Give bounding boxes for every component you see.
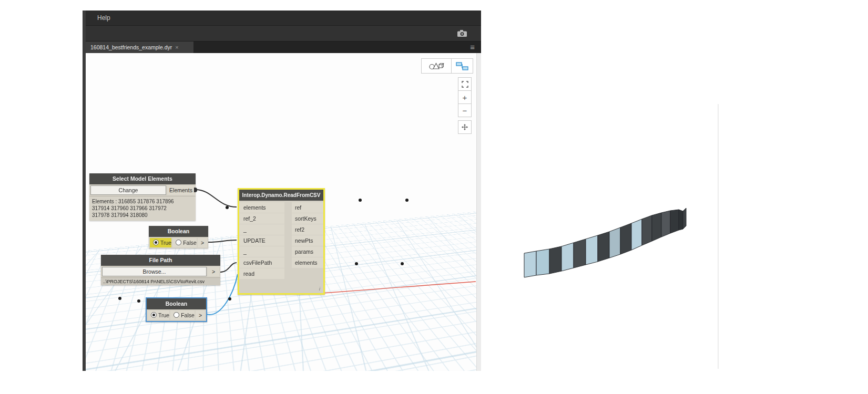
menu-help[interactable]: Help (92, 11, 116, 25)
zoom-out-button[interactable]: − (458, 103, 472, 117)
output-port-elements[interactable]: Elements (167, 185, 195, 195)
input-port[interactable]: elements (239, 202, 284, 213)
output-port[interactable]: > (208, 267, 219, 276)
node-read-from-csv[interactable]: Interop.Dynamo.ReadFromCSV elements ref_… (238, 188, 325, 295)
browse-button[interactable]: Browse... (102, 267, 207, 276)
change-button[interactable]: Change (90, 185, 166, 195)
radio-false[interactable]: False (172, 238, 197, 247)
input-port[interactable]: UPDATE (239, 235, 284, 246)
input-port[interactable]: _ (239, 246, 284, 257)
node-title: File Path (101, 255, 220, 266)
radio-unselected-icon (173, 312, 179, 318)
wall-panel[interactable] (549, 246, 561, 274)
ports-area: elements ref_2 _ UPDATE _ csvFilePath re… (239, 201, 323, 293)
radio-false[interactable]: False (170, 310, 195, 320)
cube-icon (439, 64, 444, 68)
node-title: Boolean (149, 226, 208, 237)
output-port[interactable]: newPts (292, 235, 323, 246)
wall-panel[interactable] (679, 210, 683, 230)
background-window-edge (718, 104, 719, 369)
wall-panel[interactable] (536, 249, 549, 275)
wall-panel[interactable] (561, 243, 574, 271)
radio-selected-icon (153, 240, 159, 245)
output-port[interactable]: ref2 (292, 224, 323, 235)
wall-panel[interactable] (652, 213, 661, 241)
tab-close-icon[interactable]: × (175, 44, 178, 50)
fit-to-screen-button[interactable] (458, 77, 472, 91)
output-port[interactable]: params (292, 246, 323, 257)
radio-true[interactable]: True (148, 310, 169, 320)
wall-panel[interactable] (683, 208, 686, 229)
output-port[interactable]: > (196, 310, 205, 320)
wall-panel[interactable] (661, 211, 670, 237)
vertical-scrollbar[interactable] (476, 53, 481, 371)
output-port[interactable]: sortKeys (292, 213, 323, 224)
view-mode-toggle (421, 58, 473, 74)
info-icon: i (319, 286, 320, 292)
radio-true[interactable]: True (150, 238, 171, 247)
wall-panel[interactable] (574, 239, 586, 268)
output-port[interactable]: elements (292, 257, 323, 268)
zoom-in-button[interactable]: + (458, 90, 472, 104)
input-port[interactable]: read (239, 268, 284, 279)
tab-active[interactable]: 160814_bestfriends_example.dyr× (86, 42, 193, 53)
wall-panel[interactable] (631, 219, 642, 250)
radio-unselected-icon (176, 240, 181, 245)
pan-icon (461, 123, 468, 131)
node-title: Select Model Elements (89, 173, 196, 184)
output-port[interactable]: ref (292, 202, 323, 213)
node-boolean-bottom[interactable]: Boolean True False > (146, 297, 207, 322)
file-path-value: ..\PROJECTS\160814 PANELS\CSV\toRevit.cs… (101, 277, 220, 285)
tab-bar: 160814_bestfriends_example.dyr× ≡ (86, 42, 481, 53)
node-title: Boolean (147, 298, 206, 309)
input-port[interactable]: ref_2 (239, 213, 284, 224)
graph-view-button[interactable] (451, 59, 473, 73)
radio-selected-icon (151, 312, 157, 318)
wall-panel[interactable] (524, 251, 536, 277)
wall-panel[interactable] (670, 210, 679, 233)
output-port[interactable]: > (198, 238, 207, 247)
input-port[interactable]: csvFilePath (239, 257, 284, 268)
wall-panel[interactable] (598, 232, 609, 262)
input-port[interactable]: _ (239, 224, 284, 235)
node-boolean-top[interactable]: Boolean True False > (149, 226, 208, 248)
wall-panel[interactable] (609, 227, 620, 258)
screen: Help 160814_bestfriends_example.dyr× ≡ (0, 0, 868, 394)
toolbar (86, 26, 481, 42)
hamburger-icon[interactable]: ≡ (470, 42, 475, 53)
menu-bar: Help (86, 11, 481, 26)
tab-title: 160814_bestfriends_example.dyr (90, 44, 172, 50)
wall-panel[interactable] (642, 215, 652, 245)
node-select-model-elements[interactable]: Select Model Elements Change Elements El… (89, 173, 196, 221)
fit-icon (462, 81, 468, 88)
wall-panel[interactable] (620, 223, 631, 254)
node-file-path[interactable]: File Path Browse... > ..\PROJECTS\160814… (101, 255, 220, 285)
geometry-view-button[interactable] (422, 59, 451, 73)
node-value-preview: Elements : 316855 317876 317896 317914 3… (89, 196, 196, 221)
pan-button[interactable] (458, 120, 472, 134)
wall-panel[interactable] (586, 235, 598, 265)
node-title: Interop.Dynamo.ReadFromCSV (239, 190, 323, 201)
camera-icon[interactable] (457, 29, 467, 39)
